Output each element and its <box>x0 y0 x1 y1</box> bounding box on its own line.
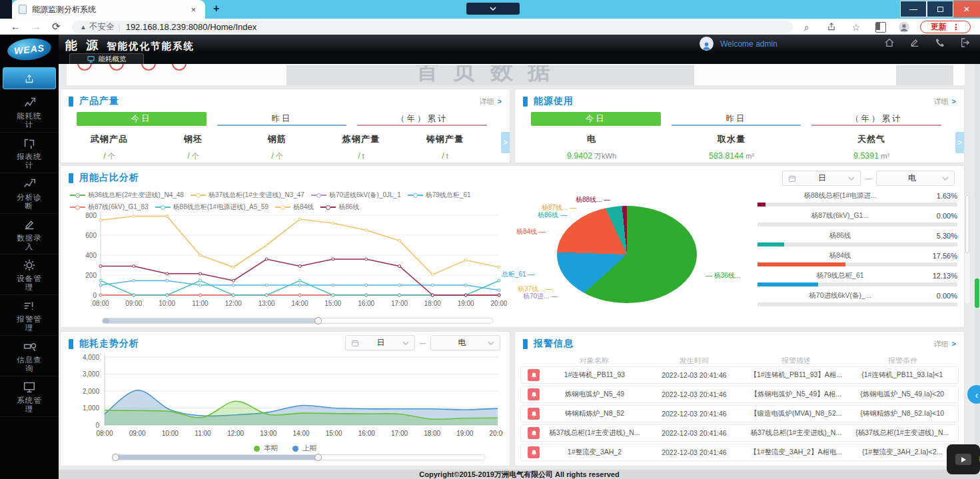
proportion-list-item[interactable]: 杨70进线6kV(备)_...0.00% <box>757 291 957 306</box>
edit-icon[interactable] <box>909 37 920 48</box>
logout-icon[interactable] <box>960 37 971 48</box>
item-percent: 0.00% <box>923 212 957 220</box>
proportion-list-item[interactable]: 杨79线总柜_6112.13% <box>757 271 957 286</box>
legend-item[interactable]: 杨86线 <box>320 203 359 212</box>
alarm-row[interactable]: 炼钢电弧炉_N5_492022-12-03 20:41:46【炼钢电弧炉_N5_… <box>520 386 959 403</box>
detail-link[interactable]: 详细> <box>480 97 502 107</box>
update-button[interactable]: 更新 ⋮ <box>920 21 971 33</box>
sidebar-item-diagnosis[interactable]: 分析诊断 <box>0 173 59 214</box>
zoom-icon[interactable]: ⌕ <box>801 22 812 33</box>
kebab-menu-icon[interactable]: ⋮ <box>952 23 960 32</box>
back-button[interactable]: ← <box>11 21 21 32</box>
page-scrollbar[interactable] <box>975 64 979 470</box>
restore-button[interactable] <box>927 1 953 17</box>
list-scrollbar[interactable] <box>964 193 971 304</box>
legend-label: 本期 <box>264 444 278 453</box>
proportion-list-item[interactable]: 杨86线5.30% <box>757 231 957 246</box>
datazoom-slider[interactable] <box>114 454 486 460</box>
datazoom-slider[interactable] <box>102 318 494 324</box>
legend-item[interactable]: 杨36线总柜(2#主变进线)_N4_48 <box>70 191 184 200</box>
sidebar-item-alarm-mgmt[interactable]: 报警管理 <box>0 295 59 336</box>
sidebar-item-system-mgmt[interactable]: 系统管理 <box>0 376 59 417</box>
scrollbar-thumb[interactable] <box>975 278 979 308</box>
sidebar-item-info-query[interactable]: 信息查询 <box>0 336 59 376</box>
tab-product-0[interactable]: 今日 <box>77 112 207 126</box>
stat-unit: 个 <box>276 152 283 160</box>
period-select[interactable]: 日 <box>782 171 861 186</box>
svg-text:11:00: 11:00 <box>192 300 209 307</box>
legend-item[interactable]: 本期 <box>254 444 278 453</box>
video-overlay[interactable] <box>947 444 980 474</box>
period-select[interactable]: 日 <box>345 335 415 350</box>
sidebar-item-report-stats[interactable]: 报表统计 <box>0 133 59 173</box>
tab-energy-1[interactable]: 昨日 <box>672 112 801 126</box>
sidebar-item-device-mgmt[interactable]: 设备管理 <box>0 254 59 295</box>
panel-title: 产品产量 <box>79 95 119 107</box>
tab-product-1[interactable]: 昨日 <box>217 112 347 126</box>
sidebar: 能耗统计报表统计分析诊断数据录入设备管理报警管理信息查询系统管理 <box>0 64 59 479</box>
stat-label: 钢筋 <box>235 133 319 145</box>
energy-type-select[interactable]: 电 <box>876 171 955 186</box>
split-view-icon[interactable] <box>875 22 886 33</box>
alarm-cell: 1#整流变_3AH_2 <box>544 448 646 457</box>
alarm-row[interactable]: 1#连铸机_PB11_932022-12-03 20:41:46【1#连铸机_P… <box>520 366 959 384</box>
tab-energy-2[interactable]: （年）累计 <box>811 112 941 126</box>
tab-energy-0[interactable]: 今日 <box>531 112 661 126</box>
next-page-button[interactable]: > <box>501 132 510 153</box>
detail-link[interactable]: 详细> <box>934 339 956 349</box>
app-title-sub: 智能优化节能系统 <box>107 40 195 53</box>
proportion-list-item[interactable]: 杨88线总柜(1#电源进...1.63% <box>757 191 957 207</box>
item-bar-track <box>757 203 957 207</box>
legend-item[interactable]: 杨79线总柜_61 <box>408 191 471 200</box>
legend-item[interactable]: 杨84线 <box>275 203 314 212</box>
next-page-button[interactable]: > <box>955 132 964 153</box>
home-icon[interactable] <box>884 37 895 48</box>
share-icon[interactable] <box>826 22 837 33</box>
restore-icon <box>937 7 943 12</box>
reload-button[interactable]: ⟳ <box>52 21 61 33</box>
weas-logo: WEAS <box>7 37 53 63</box>
alarm-row[interactable]: 杨37线总柜(1#主变进线)_N...2022-12-03 20:41:46杨3… <box>520 424 959 442</box>
proportion-list-item[interactable]: 杨84线17.56% <box>757 251 957 266</box>
energy-type-select[interactable]: 电 <box>430 335 500 350</box>
svg-text:14:00: 14:00 <box>291 300 308 307</box>
legend-item[interactable]: 上期 <box>292 444 316 453</box>
phone-icon[interactable] <box>935 37 945 48</box>
tab-search-button[interactable] <box>466 3 520 15</box>
new-tab-button[interactable]: + <box>213 3 219 15</box>
tab-product-2[interactable]: （年）累计 <box>357 112 487 126</box>
legend-label: 杨36线总柜(2#主变进线)_N4_48 <box>88 191 184 200</box>
svg-text:14:00: 14:00 <box>292 430 309 437</box>
proportion-list-item[interactable]: 杨87线(6kV)_G1...0.00% <box>757 211 957 227</box>
item-percent: 1.63% <box>923 192 957 200</box>
alarm-row[interactable]: 铸钢精炼炉_N8_522022-12-03 20:41:46【锻造电弧炉(MVA… <box>520 405 959 422</box>
update-label: 更新 <box>931 21 947 33</box>
close-tab-icon[interactable]: × <box>188 5 199 15</box>
title-bullet <box>523 97 528 107</box>
legend-item[interactable]: 杨37线总柜(1#主变进线)_N3_47 <box>191 191 304 200</box>
sidebar-item-home[interactable] <box>3 67 56 89</box>
stat-number: 583.8144 <box>709 151 743 161</box>
close-button[interactable]: ✕ <box>953 1 980 17</box>
chevron-down-icon <box>848 177 855 181</box>
legend-item[interactable]: 杨88线总柜(1#电源进线)_A5_59 <box>155 203 268 212</box>
detail-link[interactable]: 详细> <box>934 97 956 107</box>
sidebar-item-data-entry[interactable]: 数据录入 <box>0 214 59 254</box>
bookmark-star-icon[interactable]: ☆ <box>851 22 861 33</box>
sidebar-item-energy-stats[interactable]: 能耗统计 <box>0 92 59 133</box>
play-icon[interactable] <box>955 454 971 465</box>
pie-label: 杨84线 <box>516 227 546 237</box>
stat-label: 取水量 <box>662 133 801 145</box>
period-value: 日 <box>796 173 848 184</box>
pencil-icon <box>21 217 37 232</box>
tab-energy-overview[interactable]: 能耗概览 <box>69 53 144 64</box>
legend-item[interactable]: 杨70进线6kV(备)_0JL_1 <box>311 191 401 200</box>
profile-icon[interactable] <box>899 22 909 33</box>
address-bar[interactable]: ▲ 不安全 | 192.168.18.239:8080/Home/Index <box>72 21 793 33</box>
minimize-button[interactable]: — <box>900 1 927 17</box>
legend-item[interactable]: 杨87线(6kV)_G1_83 <box>70 203 149 212</box>
forward-button[interactable]: → <box>31 21 41 32</box>
alarm-row[interactable]: 1#整流变_3AH_22022-12-03 20:41:46【1#整流变_3AH… <box>520 444 959 461</box>
browser-tab[interactable]: 能源监测分析系统 × <box>12 0 205 19</box>
svg-text:15:00: 15:00 <box>326 430 342 437</box>
